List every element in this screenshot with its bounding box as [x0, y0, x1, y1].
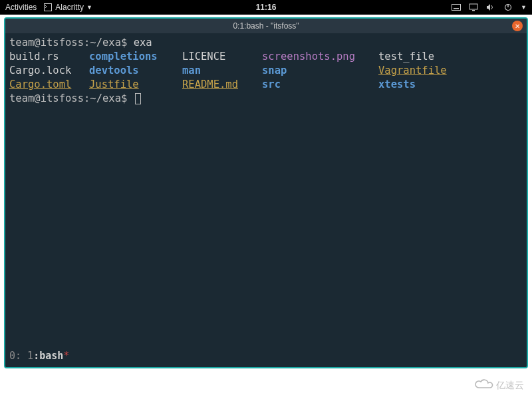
tmux-window-name: bash [39, 350, 63, 362]
app-menu-label: Alacritty [55, 3, 84, 12]
clock[interactable]: 11:16 [256, 3, 277, 12]
window-close-button[interactable]: ✕ [512, 21, 523, 31]
watermark-text: 亿速云 [496, 380, 524, 392]
listing-entry: Cargo.lock [9, 64, 89, 78]
tmux-window-index: 1 [27, 350, 33, 362]
desktop-topbar: Activities Alacritty ▼ 11:16 ▼ [0, 0, 532, 15]
listing-entry: src [262, 78, 378, 92]
watermark: 亿速云 [473, 378, 524, 392]
svg-rect-2 [454, 8, 459, 9]
listing-entry: README.md [182, 78, 262, 92]
tmux-active-flag: * [63, 350, 69, 362]
listing-entry: Cargo.toml [9, 78, 89, 92]
tmux-session-index: 0: [9, 350, 21, 362]
screen-icon[interactable] [469, 3, 478, 12]
listing-entry: devtools [89, 64, 182, 78]
activities-label: Activities [5, 3, 37, 12]
terminal-window: 0:1:bash - "itsfoss" ✕ team@itsfoss:~/ex… [4, 17, 528, 368]
listing-entry: Justfile [89, 78, 182, 92]
window-titlebar[interactable]: 0:1:bash - "itsfoss" ✕ [5, 19, 527, 33]
typed-command: exa [134, 37, 152, 49]
shell-prompt: team@itsfoss:~/exa$ [9, 92, 127, 104]
listing-entry: LICENCE [182, 50, 262, 64]
listing-entry: xtests [378, 78, 523, 92]
listing-entry: test_file [378, 50, 523, 64]
tmux-statusbar: 0: 1:bash* [9, 349, 69, 363]
system-tray: ▼ [452, 3, 527, 12]
prompt-line-2: team@itsfoss:~/exa$ [9, 92, 523, 106]
listing-entry: man [182, 64, 262, 78]
app-menu[interactable]: Alacritty ▼ [43, 3, 92, 12]
tmux-colon: : [33, 350, 39, 362]
power-icon[interactable] [503, 3, 513, 12]
cursor-block [135, 93, 141, 104]
activities-button[interactable]: Activities [5, 3, 37, 12]
window-title: 0:1:bash - "itsfoss" [233, 21, 299, 31]
close-icon: ✕ [515, 23, 520, 30]
listing-entry: completions [89, 50, 182, 64]
keyboard-indicator-icon[interactable] [452, 3, 461, 12]
svg-rect-0 [45, 4, 52, 11]
listing-entry: build.rs [9, 50, 89, 64]
volume-icon[interactable] [486, 3, 495, 12]
listing-entry: Vagrantfile [378, 64, 523, 78]
chevron-down-icon: ▼ [86, 4, 92, 11]
svg-rect-4 [472, 10, 475, 11]
terminal-app-icon [43, 3, 53, 12]
listing-entry: screenshots.png [262, 50, 378, 64]
terminal-viewport[interactable]: team@itsfoss:~/exa$ exa build.rscompleti… [5, 33, 527, 367]
svg-rect-3 [469, 4, 477, 9]
svg-rect-1 [452, 5, 461, 11]
exa-listing: build.rscompletionsLICENCEscreenshots.pn… [9, 50, 523, 92]
system-menu-chevron-icon[interactable]: ▼ [521, 4, 527, 11]
cloud-icon [473, 378, 493, 392]
listing-entry: snap [262, 64, 378, 78]
shell-prompt: team@itsfoss:~/exa$ [9, 37, 127, 49]
prompt-line-1: team@itsfoss:~/exa$ exa [9, 36, 523, 50]
